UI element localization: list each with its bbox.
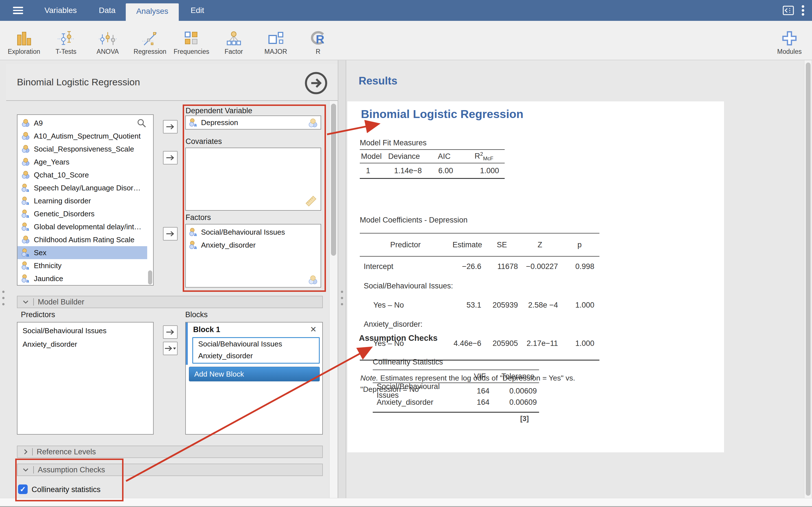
syntax-mode-icon[interactable] [783,6,794,15]
factors-box[interactable]: a Social/Behavioural Issues a Anxiety_di… [185,224,321,288]
list-item[interactable]: aEthnicity [17,259,147,272]
ribbon-item-exploration[interactable]: Exploration [3,24,45,57]
nominal-type-hint-icon [308,275,318,285]
table-footnote-marker: [3] [520,414,529,423]
list-item[interactable]: A10_Autism_Spectrum_Quotient [17,129,147,143]
list-item[interactable]: Childhood Autism Rating Scale [17,233,147,246]
list-item-selected[interactable]: aSex [17,246,147,259]
list-item[interactable]: Social_Responsiveness_Scale [17,143,147,156]
list-item[interactable]: aJaundice [17,272,147,285]
collinearity-checkbox[interactable]: ✓ [18,485,28,494]
block-close-icon[interactable]: ✕ [310,325,317,334]
add-to-block-button[interactable] [163,325,177,339]
window-scrollbar-track[interactable] [804,60,812,498]
block-item[interactable]: Social/Behavioural Issues [198,340,319,351]
nominal-type-hint-icon [308,118,318,128]
ribbon-item-major[interactable]: MAJOR [255,24,297,57]
list-item[interactable]: Qchat_10_Score [17,168,147,181]
tab-analyses[interactable]: Analyses [126,3,179,21]
blocks-label: Blocks [185,311,208,319]
table-row: 1 1.14e−8 6.00 1.000 [360,163,505,178]
dependent-variable-value: Depression [201,118,238,127]
list-item[interactable]: aLearning disorder [17,194,147,207]
ribbon-item-factor[interactable]: Factor [213,24,255,57]
svg-text:a: a [26,226,29,231]
nominal-icon [21,119,30,127]
predictors-label: Predictors [21,311,55,319]
predictors-box[interactable]: Social/Behavioural Issues Anxiety_disord… [17,322,154,435]
block-items-box[interactable]: Social/Behavioural Issues Anxiety_disord… [192,337,320,363]
add-new-block-button[interactable]: Add New Block [189,367,320,381]
svg-text:a: a [26,201,29,205]
variable-list[interactable]: A9 A10_Autism_Spectrum_Quotient Social_R… [17,114,154,286]
left-edge-splitter[interactable] [1,290,6,309]
block-item[interactable]: Anxiety_disorder [198,351,319,363]
kebab-menu-icon[interactable] [801,5,805,16]
ribbon-item-modules[interactable]: Modules [768,24,811,57]
factor-icon [213,24,255,46]
nominal-text-icon: a [21,262,30,270]
table-row: Anxiety_disorder: [360,315,599,334]
assign-dependent-button[interactable] [163,120,177,133]
jamovi-window: Variables Data Analyses Edit [0,0,812,507]
factor-item[interactable]: Anxiety_disorder [201,241,256,249]
panel-scrollbar-thumb[interactable] [331,104,336,256]
assign-covariate-button[interactable] [163,151,177,165]
svg-text:R: R [316,33,324,46]
nominal-icon [21,145,30,153]
ribbon-item-frequencies[interactable]: Frequencies [170,24,213,57]
predictor-item[interactable]: Social/Behavioural Issues [22,327,153,340]
list-scrollbar-thumb[interactable] [148,270,152,284]
ribbon-item-regression[interactable]: Regression [129,24,171,57]
assumption-checks-heading: Assumption Checks [359,334,438,343]
nominal-icon [21,171,30,179]
nominal-icon [21,158,30,166]
list-item[interactable]: aGlobal developmental delay/int… [17,220,147,233]
panel-splitter[interactable] [338,60,346,498]
panel-scrollbar-track[interactable] [329,101,338,498]
collinearity-table: VIF Tolerance Social/Behavioural Issues … [373,370,539,413]
table-row: Yes – No 53.1 205939 2.58e −4 1.000 [360,295,599,315]
ribbon-item-anova[interactable]: ANOVA [87,24,129,57]
list-item[interactable]: aGenetic_Disorders [17,207,147,220]
predictor-item[interactable]: Anxiety_disorder [22,340,153,353]
ribbon-item-r[interactable]: R R [297,24,339,57]
covariates-box[interactable] [185,148,321,211]
collinearity-caption: Collinearity Statistics [373,358,443,367]
status-strip [0,498,812,506]
factor-item[interactable]: Social/Behavioural Issues [201,228,285,237]
collapse-panel-arrow-button[interactable] [304,71,328,95]
analyses-ribbon: Exploration T-Tests [0,21,812,60]
right-arrow-dropdown-icon [164,345,177,352]
analysis-title: Binomial Logistic Regression [17,76,140,88]
tab-variables[interactable]: Variables [42,0,79,21]
t-tests-icon [45,24,87,46]
svg-text:a: a [26,252,29,257]
tab-data[interactable]: Data [93,0,121,21]
block-active-stripe [186,323,188,365]
list-item[interactable]: aSpeech Delay/Language Disor… [17,181,147,194]
list-item[interactable]: Age_Years [17,156,147,168]
assumption-checks-collapse-bar[interactable]: Assumption Checks [17,464,323,476]
coefficients-caption: Model Coefficients - Depression [360,216,467,224]
tab-edit[interactable]: Edit [183,0,211,21]
assign-factor-button[interactable] [163,227,177,240]
reference-levels-collapse-bar[interactable]: Reference Levels [17,446,323,458]
dependent-variable-box[interactable]: a Depression [185,115,321,129]
svg-text:a: a [26,278,29,283]
model-builder-collapse-bar[interactable]: Model Builder [17,296,323,308]
r-squared-mcfadden-header: R2McF [463,151,505,162]
list-item[interactable]: A9 [17,117,147,129]
svg-text:a: a [26,214,29,218]
model-fit-table: Model Deviance AIC R2McF 1 1.14e−8 6.00 … [360,149,505,179]
window-scrollbar-thumb[interactable] [806,62,811,496]
frequencies-icon [170,24,213,46]
nominal-text-icon: a [21,184,30,192]
add-interaction-dropdown-button[interactable] [163,342,177,355]
right-arrow-icon [165,328,176,336]
results-analysis-title[interactable]: Binomial Logistic Regression [361,108,523,121]
model-fit-caption: Model Fit Measures [360,138,426,147]
menu-icon[interactable] [13,7,23,14]
analysis-panel-header: Binomial Logistic Regression [6,64,338,101]
ribbon-item-t-tests[interactable]: T-Tests [45,24,87,57]
